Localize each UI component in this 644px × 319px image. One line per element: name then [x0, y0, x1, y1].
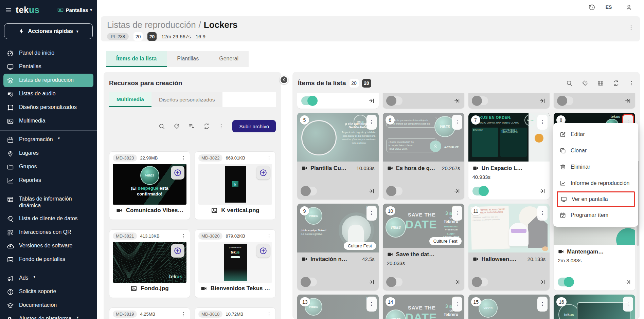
item-enabled-toggle[interactable] [472, 96, 488, 105]
list-item-7[interactable]: 7 TEKUS EN ORDEN: UN ESPACIO LIMPIO, UNA… [468, 113, 550, 200]
table-view-icon[interactable] [597, 80, 604, 87]
sidebar-item-pantallas[interactable]: Pantallas [3, 60, 93, 74]
skip-to-item-icon[interactable] [539, 279, 545, 285]
item-enabled-toggle[interactable] [301, 96, 317, 105]
sidebar-item-solicita-soporte[interactable]: Solicita soporte [3, 285, 93, 299]
kebab-icon[interactable] [266, 155, 272, 161]
item-kebab-button[interactable] [537, 297, 548, 312]
search-icon[interactable] [158, 123, 165, 130]
menu-item-informe-de-reproduccion[interactable]: Informe de reproducción [553, 175, 638, 191]
brand-logo[interactable]: tekus [16, 5, 39, 15]
kebab-icon[interactable] [266, 233, 272, 239]
skip-to-item-icon[interactable] [624, 279, 631, 285]
quick-actions-button[interactable]: Acciones rápidas ▾ [4, 23, 93, 39]
history-icon[interactable] [588, 4, 595, 11]
sidebar-item-listas-de-audio[interactable]: Listas de audio [3, 87, 93, 101]
screens-selector[interactable]: Pantallas ▾ [57, 7, 92, 14]
list-item-6[interactable]: 6 VIBES Es hora de que nuestras fotos re… [383, 113, 464, 200]
skip-to-item-icon[interactable] [368, 279, 375, 285]
sort-icon[interactable] [188, 123, 195, 130]
item-enabled-toggle[interactable] [387, 278, 402, 286]
sidebar-item-versiones-software[interactable]: Versiones de software [3, 239, 93, 253]
tag-icon[interactable] [582, 80, 588, 87]
skip-to-item-icon[interactable] [453, 188, 460, 194]
list-item-partial[interactable] [554, 93, 635, 109]
kebab-icon[interactable] [628, 80, 634, 86]
item-enabled-toggle[interactable] [558, 96, 573, 105]
item-enabled-toggle[interactable] [387, 96, 402, 105]
search-icon[interactable] [566, 80, 573, 87]
menu-item-ver-en-pantalla[interactable]: Ver en pantalla [557, 191, 635, 207]
header-kebab-icon[interactable] [628, 24, 634, 31]
item-kebab-button[interactable] [537, 115, 548, 130]
tab-multimedia[interactable]: Multimedia [109, 92, 151, 107]
media-card[interactable]: MD-3822669.01KB k K vertical.png [195, 151, 276, 220]
item-kebab-button[interactable] [452, 297, 462, 312]
menu-item-editar[interactable]: Editar [553, 126, 638, 143]
refresh-icon[interactable] [203, 123, 210, 130]
tab-disenos-personalizados[interactable]: Diseños personalizados [151, 92, 222, 107]
sidebar-item-fondo-pantallas[interactable]: Fondo de pantallas [3, 253, 93, 266]
skip-to-item-icon[interactable] [453, 97, 460, 104]
list-item-partial[interactable] [297, 93, 379, 109]
item-enabled-toggle[interactable] [472, 278, 488, 286]
add-to-list-button[interactable] [256, 166, 270, 180]
media-card[interactable]: MD-381810.72MB [195, 307, 276, 319]
skip-to-item-icon[interactable] [539, 188, 545, 194]
kebab-icon[interactable] [218, 123, 224, 129]
add-to-list-button[interactable] [171, 244, 184, 258]
list-item-5[interactable]: 5 tekus ¡Feliz Cumpleaños!Gerlein Henao … [297, 113, 379, 200]
list-item-13[interactable]: 13 tekus VIBES [297, 295, 379, 319]
add-to-list-button[interactable] [256, 244, 270, 258]
item-enabled-toggle[interactable] [301, 187, 317, 195]
add-to-list-button[interactable] [171, 166, 184, 180]
sidebar-item-grupos[interactable]: Grupos [3, 160, 93, 174]
item-kebab-button[interactable] [452, 206, 462, 221]
item-kebab-button[interactable] [623, 297, 633, 312]
media-card[interactable]: MD-382322.99MB tekus VIBES ¡El despegue … [109, 151, 190, 220]
item-kebab-button[interactable] [366, 206, 377, 221]
sidebar-item-lugares[interactable]: Lugares [3, 147, 93, 160]
skip-to-item-icon[interactable] [368, 97, 375, 104]
tag-icon[interactable] [173, 123, 180, 130]
skip-to-item-icon[interactable] [368, 188, 375, 194]
list-item-11[interactable]: 11 TERRORKUS: EL RINCÓN DELHORROR FOTOGR… [468, 204, 550, 290]
refresh-icon[interactable] [613, 80, 620, 87]
user-icon[interactable] [625, 4, 632, 11]
sidebar-item-ads[interactable]: Ads▾ [3, 271, 93, 285]
sidebar-item-programacion[interactable]: Programación▾ [3, 133, 93, 147]
item-enabled-toggle[interactable] [558, 278, 573, 286]
menu-item-clonar[interactable]: Clonar [553, 143, 638, 159]
sidebar-item-lista-cliente-datos[interactable]: Lista de cliente de datos [3, 212, 93, 226]
collapse-panel-button[interactable] [280, 75, 288, 84]
tab-items-de-la-lista[interactable]: Ítems de la lista [106, 51, 167, 67]
kebab-icon[interactable] [180, 155, 186, 161]
sidebar-item-multimedia[interactable]: Multimedia [3, 114, 93, 128]
sidebar-item-panel-de-inicio[interactable]: Panel de inicio [3, 46, 93, 60]
menu-item-eliminar[interactable]: Eliminar [553, 159, 638, 175]
list-item-16[interactable]: 16 tekus [554, 295, 635, 319]
media-card[interactable]: MD-3821413.13KB tekus Fondo.jpg [109, 229, 190, 298]
item-kebab-button[interactable] [537, 206, 548, 221]
list-item-partial[interactable] [468, 93, 550, 109]
list-item-14[interactable]: 14 tekus VIBES SAVE THE DATE 3 al 7defeb… [383, 295, 464, 319]
item-kebab-button[interactable] [452, 115, 462, 130]
media-card[interactable]: MD-3820879.02KB ¡Bienvenidos! tekus Bien… [195, 229, 276, 298]
kebab-icon[interactable] [266, 311, 272, 317]
list-item-9[interactable]: 9 tekus VIBES ¡Hola equipo Tekus!¡La cue… [297, 204, 379, 290]
sidebar-item-listas-de-reproduccion[interactable]: Listas de reproducción [3, 74, 93, 87]
kebab-icon[interactable] [180, 233, 186, 239]
tab-general[interactable]: General [209, 51, 249, 67]
item-enabled-toggle[interactable] [301, 278, 317, 286]
skip-to-item-icon[interactable] [453, 279, 460, 285]
sidebar-item-disenos-personalizados[interactable]: Diseños personalizados [3, 101, 93, 114]
list-item-10[interactable]: 10 tekus VIBES SAVE THE DATE 3 al 7defeb… [383, 204, 464, 290]
skip-to-item-icon[interactable] [624, 97, 631, 104]
language-selector[interactable]: ES▾ [606, 4, 615, 10]
kebab-icon[interactable] [180, 311, 186, 317]
item-enabled-toggle[interactable] [472, 187, 488, 195]
sidebar-item-interacciones-qr[interactable]: Interacciones con QR [3, 226, 93, 239]
upload-file-button[interactable]: Subir archivo [232, 120, 276, 132]
hamburger-menu-icon[interactable] [5, 6, 12, 14]
sidebar-item-documentacion[interactable]: Documentación [3, 299, 93, 312]
